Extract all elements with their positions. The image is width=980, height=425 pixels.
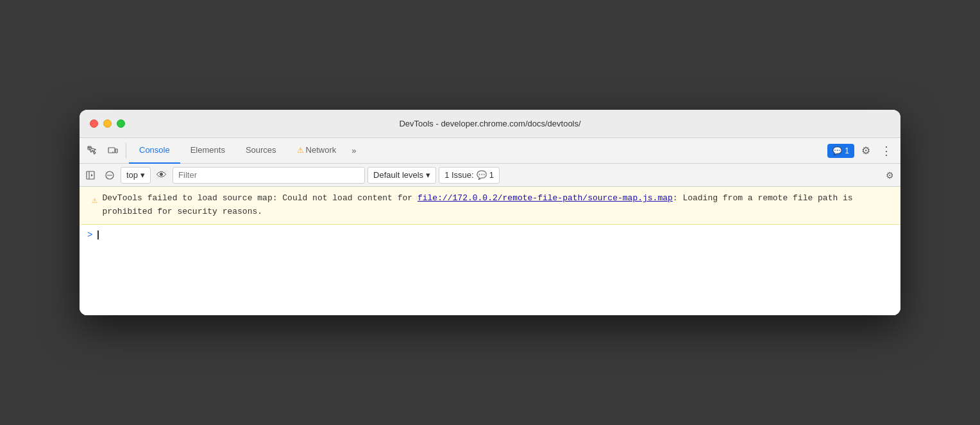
eye-icon: 👁	[156, 169, 167, 181]
svg-rect-2	[115, 149, 117, 153]
dropdown-arrow-icon: ▾	[140, 170, 145, 180]
close-button[interactable]	[90, 119, 98, 128]
toolbar-right: 💬 1 ⚙ ⋮	[827, 142, 898, 160]
console-input-area: >	[80, 225, 900, 245]
console-output: ⚠ DevTools failed to load source map: Co…	[80, 187, 900, 315]
toolbar-divider-1	[126, 143, 126, 159]
clear-icon	[105, 171, 114, 180]
levels-arrow-icon: ▾	[426, 170, 430, 180]
show-console-sidebar-button[interactable]	[82, 167, 99, 184]
network-warning-icon: ⚠	[297, 146, 304, 155]
javascript-context-selector[interactable]: top ▾	[121, 167, 151, 184]
console-gear-icon: ⚙	[886, 170, 894, 180]
sidebar-icon	[86, 171, 95, 180]
issues-icon: 💬	[832, 146, 842, 155]
svg-rect-4	[87, 171, 94, 179]
console-filter-input[interactable]	[173, 167, 365, 184]
tab-network[interactable]: ⚠ Network	[287, 138, 347, 164]
more-tabs-button[interactable]: »	[346, 138, 361, 164]
issues-chat-icon: 💬	[477, 170, 487, 180]
inspect-element-button[interactable]	[82, 141, 103, 161]
console-prompt-symbol: >	[87, 230, 92, 240]
source-map-link[interactable]: file://172.0.0.2/remote-file-path/source…	[418, 193, 673, 203]
console-cursor	[97, 230, 99, 239]
device-icon	[108, 146, 118, 156]
issues-badge-button[interactable]: 💬 1	[827, 144, 854, 158]
devtools-window: DevTools - developer.chrome.com/docs/dev…	[80, 110, 900, 315]
warning-triangle-icon: ⚠	[92, 193, 97, 207]
console-settings-button[interactable]: ⚙	[881, 167, 898, 184]
tab-sources[interactable]: Sources	[235, 138, 287, 164]
more-options-icon: ⋮	[881, 144, 892, 158]
device-toolbar-button[interactable]	[103, 141, 123, 161]
window-title: DevTools - developer.chrome.com/docs/dev…	[399, 119, 580, 128]
devtools-panel: Console Elements Sources ⚠ Network »	[80, 138, 900, 315]
settings-button[interactable]: ⚙	[857, 142, 875, 160]
warning-message: ⚠ DevTools failed to load source map: Co…	[80, 187, 900, 225]
live-expression-button[interactable]: 👁	[153, 167, 170, 184]
inspect-icon	[87, 146, 97, 156]
settings-gear-icon: ⚙	[861, 144, 870, 157]
warning-text-content: DevTools failed to load source map: Coul…	[102, 192, 890, 219]
tab-console[interactable]: Console	[129, 138, 180, 164]
tab-elements[interactable]: Elements	[180, 138, 235, 164]
log-level-selector[interactable]: Default levels ▾	[368, 167, 436, 184]
svg-marker-6	[91, 174, 93, 177]
minimize-button[interactable]	[103, 119, 112, 128]
svg-rect-1	[108, 148, 115, 153]
console-toolbar: top ▾ 👁 Default levels ▾ 1 Issue: 💬 1 ⚙	[80, 164, 900, 187]
more-options-button[interactable]: ⋮	[877, 142, 895, 160]
clear-console-button[interactable]	[101, 167, 118, 184]
issues-counter-button[interactable]: 1 Issue: 💬 1	[439, 167, 500, 184]
traffic-lights	[90, 119, 125, 128]
top-toolbar: Console Elements Sources ⚠ Network »	[80, 138, 900, 164]
main-tabs: Console Elements Sources ⚠ Network »	[129, 138, 827, 164]
maximize-button[interactable]	[117, 119, 125, 128]
titlebar: DevTools - developer.chrome.com/docs/dev…	[80, 110, 900, 138]
